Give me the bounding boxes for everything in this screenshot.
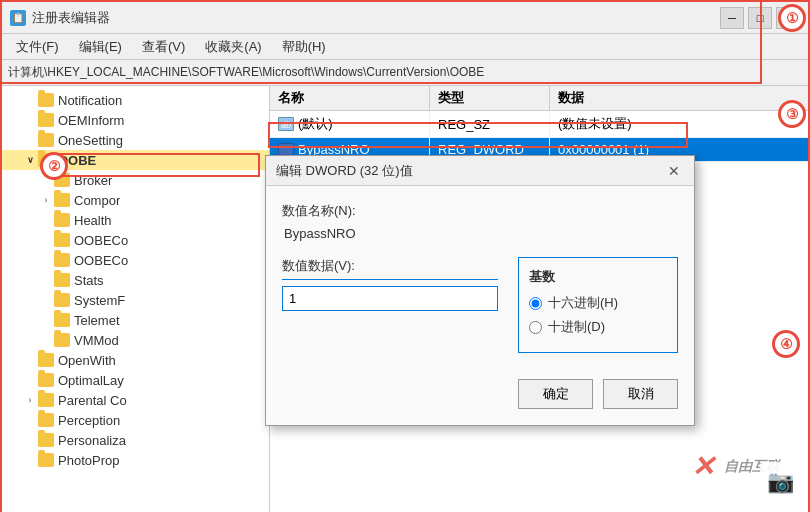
base-section: 基数 十六进制(H) 十进制(D): [518, 257, 678, 353]
annotation-3: ③: [778, 100, 806, 128]
radio-hex-label: 十六进制(H): [548, 294, 618, 312]
radio-decimal-input[interactable]: [529, 321, 542, 334]
tree-item-photoprop[interactable]: PhotoProp: [2, 450, 269, 470]
dialog-content: 数值名称(N): BypassNRO 数值数据(V): 基数 十六进制(H) 十…: [266, 186, 694, 369]
tree-label: VMMod: [74, 333, 119, 348]
folder-icon: [54, 293, 70, 307]
tree-item-openwith[interactable]: OpenWith: [2, 350, 269, 370]
value-name: (默认): [298, 115, 333, 133]
arrow-none: [38, 212, 54, 228]
camera-watermark: 📷: [760, 462, 800, 502]
folder-icon: [54, 253, 70, 267]
tree-label: OptimalLay: [58, 373, 124, 388]
edit-dword-dialog: 编辑 DWORD (32 位)值 ✕ 数值名称(N): BypassNRO 数值…: [265, 155, 695, 426]
title-bar: 📋 注册表编辑器 ─ □ ✕: [2, 2, 808, 34]
tree-label: Telemet: [74, 313, 120, 328]
folder-icon: [38, 413, 54, 427]
value-data-input[interactable]: [289, 291, 491, 306]
folder-icon: [38, 393, 54, 407]
header-type: 类型: [430, 86, 550, 110]
header-data: 数据: [550, 86, 710, 110]
radio-decimal-label: 十进制(D): [548, 318, 605, 336]
tree-item-notification[interactable]: Notification: [2, 90, 269, 110]
base-label: 基数: [529, 268, 667, 286]
folder-icon: [38, 113, 54, 127]
tree-item-onesetting[interactable]: OneSetting: [2, 130, 269, 150]
window-title: 注册表编辑器: [32, 9, 110, 27]
folder-icon: [38, 353, 54, 367]
arrow-none: [38, 312, 54, 328]
menu-file[interactable]: 文件(F): [6, 36, 69, 58]
folder-icon: [54, 193, 70, 207]
arrow-none: [22, 132, 38, 148]
folder-icon: [38, 373, 54, 387]
tree-item-telemet[interactable]: Telemet: [2, 310, 269, 330]
dialog-close-button[interactable]: ✕: [664, 161, 684, 181]
tree-label: Personaliza: [58, 433, 126, 448]
arrow-collapsed: ›: [22, 392, 38, 408]
cancel-button[interactable]: 取消: [603, 379, 678, 409]
tree-item-perception[interactable]: Perception: [2, 410, 269, 430]
tree-label: Stats: [74, 273, 104, 288]
radio-decimal: 十进制(D): [529, 318, 667, 336]
radio-hex-input[interactable]: [529, 297, 542, 310]
values-row-default[interactable]: ab (默认) REG_SZ (数值未设置): [270, 111, 808, 138]
tree-label: Perception: [58, 413, 120, 428]
tree-label: OOBECo: [74, 253, 128, 268]
folder-icon: [38, 453, 54, 467]
tree-panel: Notification OEMInform OneSetting ∨ OOBE: [2, 86, 270, 512]
tree-item-personaliza[interactable]: Personaliza: [2, 430, 269, 450]
folder-icon: [54, 233, 70, 247]
arrow-none: [22, 352, 38, 368]
arrow-none: [22, 112, 38, 128]
tree-item-parentalco[interactable]: › Parental Co: [2, 390, 269, 410]
dialog-title-text: 编辑 DWORD (32 位)值: [276, 162, 664, 180]
address-bar: 计算机\HKEY_LOCAL_MACHINE\SOFTWARE\Microsof…: [2, 60, 808, 86]
annotation-1: ①: [778, 4, 806, 32]
menu-favorites[interactable]: 收藏夹(A): [195, 36, 271, 58]
app-icon: 📋: [10, 10, 26, 26]
arrow-none: [38, 332, 54, 348]
tree-item-systemf[interactable]: SystemF: [2, 290, 269, 310]
tree-item-oobeco2[interactable]: OOBECo: [2, 250, 269, 270]
tree-label: PhotoProp: [58, 453, 119, 468]
ok-button[interactable]: 确定: [518, 379, 593, 409]
tree-item-optimallay[interactable]: OptimalLay: [2, 370, 269, 390]
header-name: 名称: [270, 86, 430, 110]
tree-item-oeminform[interactable]: OEMInform: [2, 110, 269, 130]
arrow-none: [22, 92, 38, 108]
menu-help[interactable]: 帮助(H): [272, 36, 336, 58]
value-type: REG_SZ: [430, 113, 550, 136]
value-name-label: 数值名称(N):: [282, 202, 678, 220]
values-header: 名称 类型 数据: [270, 86, 808, 111]
menu-edit[interactable]: 编辑(E): [69, 36, 132, 58]
tree-item-vmmod[interactable]: VMMod: [2, 330, 269, 350]
dialog-left-section: 数值数据(V):: [282, 257, 498, 311]
menu-view[interactable]: 查看(V): [132, 36, 195, 58]
minimize-button[interactable]: ─: [720, 7, 744, 29]
dialog-row: 数值数据(V): 基数 十六进制(H) 十进制(D): [282, 257, 678, 353]
arrow-expanded: ∨: [22, 152, 38, 168]
tree-label: OEMInform: [58, 113, 124, 128]
folder-icon: [54, 273, 70, 287]
arrow-none: [38, 252, 54, 268]
tree-item-stats[interactable]: Stats: [2, 270, 269, 290]
value-name-display: BypassNRO: [282, 226, 678, 241]
folder-icon: [54, 213, 70, 227]
tree-item-health[interactable]: Health: [2, 210, 269, 230]
tree-item-oobeco1[interactable]: OOBECo: [2, 230, 269, 250]
tree-label: OpenWith: [58, 353, 116, 368]
value-data-label: 数值数据(V):: [282, 257, 498, 280]
annotation-2: ②: [40, 152, 68, 180]
arrow-none: [22, 412, 38, 428]
folder-icon: [38, 93, 54, 107]
arrow-none: [22, 452, 38, 468]
maximize-button[interactable]: □: [748, 7, 772, 29]
folder-icon: [38, 433, 54, 447]
folder-icon: [54, 333, 70, 347]
menu-bar: 文件(F) 编辑(E) 查看(V) 收藏夹(A) 帮助(H): [2, 34, 808, 60]
tree-label: Compor: [74, 193, 120, 208]
tree-label: SystemF: [74, 293, 125, 308]
arrow-collapsed: ›: [38, 192, 54, 208]
tree-item-compor[interactable]: › Compor: [2, 190, 269, 210]
